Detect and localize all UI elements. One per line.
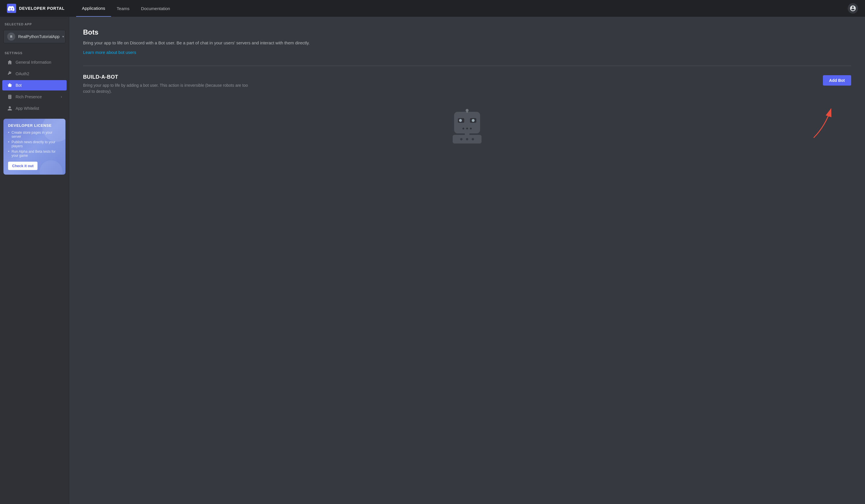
sidebar-item-general-information[interactable]: General Information — [2, 57, 67, 68]
sidebar-item-label-bot: Bot — [15, 83, 22, 87]
add-bot-button[interactable]: Add Bot — [823, 75, 851, 85]
nav-documentation[interactable]: Documentation — [135, 0, 176, 17]
chevron-right-icon: › — [61, 95, 62, 99]
dev-license-list: Create store pages in your server Publis… — [8, 130, 61, 157]
developer-license-card: DEVELOPER LICENSE Create store pages in … — [3, 119, 66, 175]
sidebar-item-label-rich-presence: Rich Presence — [15, 94, 42, 99]
user-avatar[interactable] — [848, 3, 858, 13]
document-icon — [7, 94, 13, 100]
selected-app-name: RealPythonTutorialApp — [18, 34, 59, 39]
section-divider — [83, 66, 851, 66]
sidebar-item-label-app-whitelist: App Whitelist — [15, 106, 39, 111]
sidebar-item-label-general: General Information — [15, 60, 51, 65]
person-icon — [7, 105, 13, 111]
dev-license-item-1: Create store pages in your server — [8, 130, 61, 139]
wrench-icon — [7, 71, 13, 77]
settings-label: SETTINGS — [0, 46, 69, 57]
nav-links: Applications Teams Documentation — [76, 0, 848, 17]
discord-logo-icon — [7, 4, 16, 13]
svg-point-17 — [466, 138, 468, 140]
svg-point-13 — [470, 128, 472, 129]
sidebar-item-app-whitelist[interactable]: App Whitelist — [2, 103, 67, 114]
build-a-bot-description: Bring your app to life by adding a bot u… — [83, 82, 256, 94]
sidebar-item-rich-presence[interactable]: Rich Presence › — [2, 92, 67, 102]
sidebar-item-bot[interactable]: Bot — [2, 80, 67, 91]
selected-app-label: SELECTED APP — [0, 17, 69, 28]
page-description: Bring your app to life on Discord with a… — [83, 40, 314, 46]
build-a-bot-section: BUILD-A-BOT Bring your app to life by ad… — [83, 74, 851, 146]
dev-license-item-2: Publish news directly to your players — [8, 140, 61, 148]
build-a-bot-title: BUILD-A-BOT — [83, 74, 816, 80]
main-layout: SELECTED APP R RealPythonTutorialApp ▾ S… — [0, 17, 865, 504]
home-icon — [7, 59, 13, 65]
app-avatar: R — [7, 33, 15, 40]
svg-point-9 — [459, 119, 462, 122]
svg-rect-14 — [465, 133, 470, 135]
svg-rect-6 — [466, 110, 468, 113]
svg-text:R: R — [10, 35, 12, 38]
chevron-down-icon: ▾ — [62, 35, 64, 39]
svg-rect-4 — [454, 112, 480, 133]
robot-illustration-container — [83, 106, 851, 146]
check-it-out-button[interactable]: Check it out — [8, 162, 37, 170]
svg-point-12 — [466, 128, 468, 129]
sidebar-item-oauth2[interactable]: OAuth2 — [2, 69, 67, 79]
avatar-icon — [850, 5, 856, 12]
brand-title: DEVELOPER PORTAL — [19, 6, 65, 11]
app-selector[interactable]: R RealPythonTutorialApp ▾ — [3, 30, 66, 43]
nav-applications[interactable]: Applications — [76, 0, 111, 17]
app-avatar-icon: R — [9, 34, 14, 39]
arrow-illustration — [779, 103, 842, 141]
dev-license-title: DEVELOPER LICENSE — [8, 123, 61, 128]
svg-point-16 — [460, 138, 462, 140]
sidebar: SELECTED APP R RealPythonTutorialApp ▾ S… — [0, 17, 69, 504]
page-title: Bots — [83, 28, 851, 36]
learn-more-link[interactable]: Learn more about bot users — [83, 50, 136, 55]
svg-point-10 — [472, 119, 475, 122]
main-content: Bots Bring your app to life on Discord w… — [69, 17, 865, 504]
robot-svg — [447, 106, 487, 146]
topnav: DEVELOPER PORTAL Applications Teams Docu… — [0, 0, 865, 17]
nav-teams[interactable]: Teams — [111, 0, 135, 17]
svg-point-18 — [472, 138, 474, 140]
build-a-bot-header: BUILD-A-BOT Bring your app to life by ad… — [83, 74, 851, 94]
brand: DEVELOPER PORTAL — [7, 4, 65, 13]
sidebar-item-label-oauth2: OAuth2 — [15, 71, 29, 76]
dev-license-item-3: Run Alpha and Beta tests for your game — [8, 150, 61, 157]
build-a-bot-info: BUILD-A-BOT Bring your app to life by ad… — [83, 74, 816, 94]
puzzle-icon — [7, 82, 13, 88]
svg-point-11 — [462, 128, 464, 129]
